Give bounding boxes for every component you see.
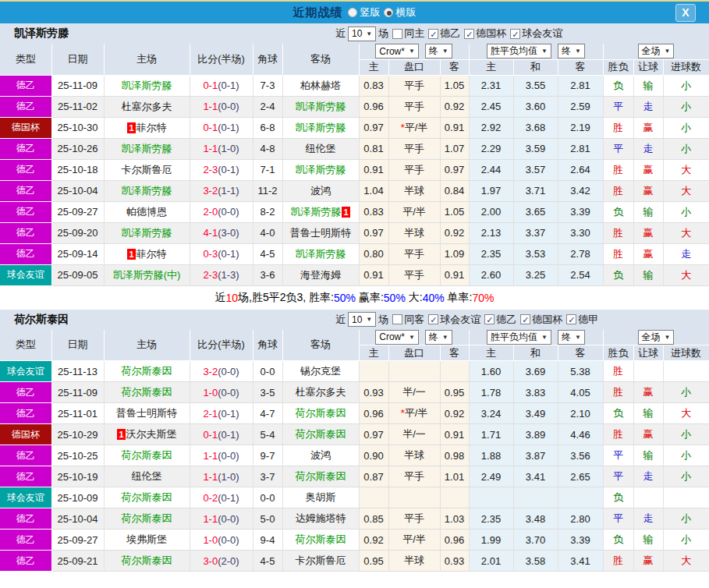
home-team-cell: 1菲尔特: [104, 243, 190, 264]
avg-home-cell: 1.71: [469, 424, 513, 445]
away-team-cell: 波鸿: [282, 445, 359, 466]
column-header-5: 客场: [282, 330, 359, 361]
match-date-cell: 25-09-05: [51, 264, 104, 285]
score-cell: 1-1(0-0): [190, 445, 253, 466]
away-team-cell: 杜塞尔多夫: [282, 382, 359, 403]
match-date-cell: 25-10-26: [51, 138, 104, 159]
result-goals-cell: 小: [663, 445, 709, 466]
corner-cell: 2-4: [253, 96, 282, 117]
match-count-select[interactable]: 10▼: [348, 27, 376, 41]
league-checkbox-1-label: 德乙: [496, 313, 516, 327]
avg-odds-select[interactable]: 胜平负均值▼: [487, 330, 551, 345]
result-wdl-cell: 负: [603, 530, 633, 551]
home-team-cell: 荷尔斯泰因: [104, 445, 190, 466]
odds-final-select-value: 终: [429, 44, 438, 58]
league-checkbox-0[interactable]: ✓德乙: [428, 27, 460, 41]
odds-final-select[interactable]: 终▼: [425, 330, 452, 345]
avg-odds-select[interactable]: 胜平负均值▼: [487, 44, 551, 58]
unit-label: 场: [378, 27, 388, 41]
odds-home-cell: [359, 487, 388, 508]
match-row: 德乙25-09-27埃弗斯堡1-0(0-0)9-4荷尔斯泰因0.92平/半0.9…: [0, 530, 709, 551]
match-row: 德乙25-10-04凯泽斯劳滕3-2(1-1)11-2波鸿1.04半球0.841…: [0, 180, 709, 201]
odds-line-cell: 平手: [388, 264, 440, 285]
home-team-cell: 荷尔斯泰因: [104, 382, 190, 403]
result-wdl-cell: 胜: [603, 361, 633, 382]
league-checkbox-3[interactable]: ✓德甲: [566, 313, 598, 327]
league-checkbox-0[interactable]: ✓球会友谊: [428, 313, 480, 327]
corner-cell: 9-7: [253, 445, 282, 466]
fulltime-select[interactable]: 全场▼: [638, 44, 675, 58]
checkbox-unchecked-icon: [392, 29, 402, 39]
odds-home-cell: 0.92: [359, 530, 388, 551]
layout-radio-vertical[interactable]: 竖版: [348, 5, 381, 19]
odds-line-cell: 平手: [388, 243, 440, 264]
avg-away-cell: 3.30: [558, 222, 603, 243]
odds-company-select-value: Crow*: [379, 46, 405, 57]
away-team-cell-name: 杜塞尔多夫: [296, 386, 346, 398]
odds-away-cell: 1.07: [440, 138, 469, 159]
home-team-cell: 卡尔斯鲁厄: [104, 159, 190, 180]
avg-draw-cell: 3.70: [513, 530, 558, 551]
fulltime-select[interactable]: 全场▼: [638, 330, 675, 345]
titlebar: 近期战绩 竖版 横版 X: [0, 0, 709, 23]
away-team-cell-name: 荷尔斯泰因: [296, 428, 346, 440]
away-team-cell-name: 荷尔斯泰因: [296, 533, 346, 545]
home-team-cell: 纽伦堡: [104, 466, 190, 487]
same-venue-checkbox[interactable]: 同客: [392, 313, 424, 327]
avg-home-cell: 2.01: [469, 551, 513, 572]
league-type-cell: 德乙: [0, 180, 51, 201]
match-count-select[interactable]: 10▼: [348, 312, 376, 327]
avg-away-cell: 4.05: [558, 382, 603, 403]
result-wdl-cell: 胜: [603, 159, 633, 180]
league-type-cell: 德乙: [0, 243, 51, 264]
sub-header-4: 和: [513, 59, 558, 75]
halftime-score: (0-1): [218, 80, 239, 91]
avg-away-cell: 3.39: [558, 530, 603, 551]
avg-final-select[interactable]: 终▼: [558, 330, 585, 345]
odds-away-cell: 0.91: [440, 424, 469, 445]
result-handicap-cell: [633, 361, 663, 382]
league-type-cell: 德乙: [0, 159, 51, 180]
result-goals-cell: 小: [663, 138, 709, 159]
halftime-score: (1-1): [218, 185, 239, 197]
away-team-cell: 荷尔斯泰因: [282, 530, 359, 551]
league-checkbox-2[interactable]: ✓球会友谊: [510, 27, 562, 41]
close-button[interactable]: X: [675, 4, 696, 22]
avg-draw-cell: 3.37: [513, 222, 558, 243]
chevron-down-icon: ▼: [665, 334, 671, 341]
home-team-cell-name: 荷尔斯泰因: [122, 491, 172, 503]
score-cell: 0-1(0-1): [190, 424, 253, 445]
league-checkbox-1[interactable]: ✓德乙: [484, 313, 516, 327]
column-header-2: 主场: [104, 44, 190, 75]
avg-home-cell: 2.45: [469, 96, 513, 117]
match-date-cell: 25-11-02: [51, 96, 104, 117]
odds-company-select[interactable]: Crow*▼: [375, 330, 419, 345]
team-name: 凯泽斯劳滕: [14, 27, 69, 41]
layout-radio-horizontal[interactable]: 横版: [384, 5, 417, 19]
avg-away-cell: 2.54: [558, 264, 603, 285]
avg-final-select[interactable]: 终▼: [558, 44, 585, 58]
odds-line-cell: 平手: [388, 508, 440, 530]
halftime-score: (2-0): [218, 555, 239, 567]
fulltime-score: 2-3: [203, 164, 218, 175]
sub-header-2: 客: [440, 345, 469, 361]
odds-line-cell: 平手: [388, 466, 440, 487]
result-wdl-cell: 负: [603, 264, 633, 285]
radio-button-icon: [348, 8, 357, 17]
home-team-cell: 凯泽斯劳滕(中): [104, 264, 190, 285]
avg-away-cell: 5.38: [558, 361, 603, 382]
team-name: 荷尔斯泰因: [14, 313, 69, 327]
same-venue-checkbox[interactable]: 同主: [392, 27, 424, 41]
odds-line-cell: 半球: [388, 180, 440, 201]
match-date-cell: 25-10-30: [51, 117, 104, 138]
odds-group-header: Crow*▼终▼: [359, 44, 469, 59]
league-checkbox-2[interactable]: ✓德国杯: [520, 313, 562, 327]
odds-company-select[interactable]: Crow*▼: [375, 44, 419, 58]
odds-final-select-value: 终: [429, 331, 438, 344]
league-checkbox-1[interactable]: ✓德国杯: [464, 27, 506, 41]
score-cell: 1-0(0-0): [190, 530, 253, 551]
score-cell: 2-1(0-1): [190, 403, 253, 424]
odds-final-select[interactable]: 终▼: [425, 44, 452, 58]
avg-draw-cell: 3.41: [513, 466, 558, 487]
home-team-cell: 凯泽斯劳滕: [104, 75, 190, 96]
